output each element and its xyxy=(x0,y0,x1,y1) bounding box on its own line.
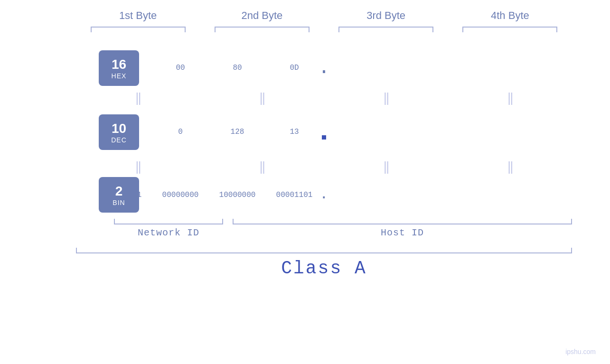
host-bracket xyxy=(233,219,572,224)
hex-badge: 16 HEX xyxy=(99,50,139,86)
equals-2-1: || xyxy=(91,159,186,174)
network-bracket xyxy=(114,219,223,224)
byte-header-3: 3rd Byte xyxy=(338,9,433,22)
equals-2-3: || xyxy=(338,159,433,174)
equals-2-2: || xyxy=(215,159,310,174)
equals-1-1: || xyxy=(91,90,186,105)
dec-badge: 10 DEC xyxy=(99,114,139,150)
dec-dot-3: . xyxy=(315,116,332,148)
network-id-label: Network ID xyxy=(114,227,223,238)
equals-1-2: || xyxy=(215,90,310,105)
host-id-label: Host ID xyxy=(233,227,572,238)
top-bracket-4 xyxy=(462,27,557,32)
top-bracket-1 xyxy=(91,27,186,32)
top-bracket-3 xyxy=(338,27,433,32)
byte-header-4: 4th Byte xyxy=(462,9,557,22)
byte-header-1: 1st Byte xyxy=(91,9,186,22)
bin-dot-3: . xyxy=(320,187,328,202)
bin-badge: 2 BIN xyxy=(99,177,139,213)
class-label: Class A xyxy=(76,258,572,279)
byte-header-2: 2nd Byte xyxy=(215,9,310,22)
hex-dot-3: . xyxy=(319,58,329,78)
equals-1-4: || xyxy=(462,90,557,105)
outer-bracket xyxy=(76,248,572,253)
watermark: ipshu.com xyxy=(565,348,596,355)
equals-2-4: || xyxy=(462,159,557,174)
top-bracket-2 xyxy=(215,27,310,32)
equals-1-3: || xyxy=(338,90,433,105)
